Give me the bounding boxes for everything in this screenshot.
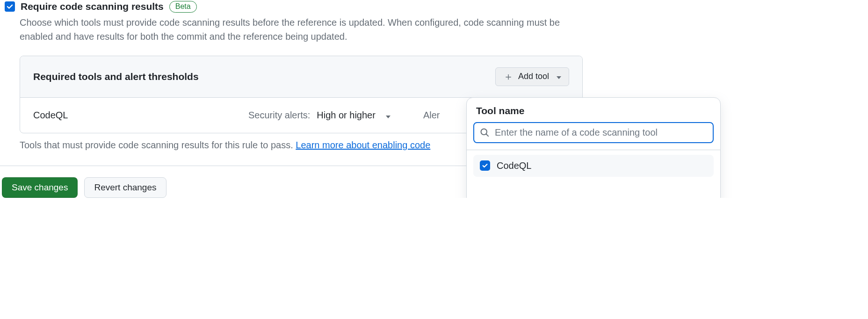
learn-more-link[interactable]: Learn more about enabling code: [296, 140, 430, 150]
add-tool-button[interactable]: ＋ Add tool: [495, 67, 569, 86]
panel-title: Required tools and alert thresholds: [33, 71, 199, 82]
revert-button[interactable]: Revert changes: [84, 177, 166, 198]
option-checkbox[interactable]: [480, 160, 490, 171]
helper-text: Tools that must provide code scanning re…: [20, 140, 868, 151]
security-alerts-label: Security alerts:: [248, 110, 310, 121]
popover-divider: [467, 150, 720, 150]
tool-option-codeql[interactable]: CodeQL: [473, 155, 714, 177]
popover-title: Tool name: [467, 98, 720, 122]
chevron-down-icon: [557, 72, 561, 81]
required-tools-panel: Required tools and alert thresholds ＋ Ad…: [20, 56, 583, 133]
save-button[interactable]: Save changes: [2, 177, 78, 198]
require-code-scanning-checkbox[interactable]: [5, 1, 15, 12]
panel-header: Required tools and alert thresholds ＋ Ad…: [20, 56, 582, 98]
check-icon: [482, 162, 488, 169]
check-icon: [6, 3, 14, 10]
beta-badge: Beta: [169, 1, 197, 13]
option-label: CodeQL: [497, 160, 532, 171]
tool-search-field[interactable]: [473, 122, 714, 143]
chevron-down-icon: [386, 110, 391, 121]
rule-description: Choose which tools must provide code sca…: [0, 13, 594, 44]
rule-header: Require code scanning results Beta: [0, 0, 868, 13]
tool-search-input[interactable]: [494, 127, 707, 138]
security-alerts-value: High or higher: [317, 110, 376, 121]
add-tool-label: Add tool: [518, 72, 549, 81]
security-alerts-dropdown[interactable]: Security alerts: High or higher: [248, 110, 391, 121]
plus-icon: ＋: [503, 72, 514, 82]
form-actions: Save changes Revert changes: [0, 166, 868, 198]
helper-text-static: Tools that must provide code scanning re…: [20, 140, 296, 150]
tool-name: CodeQL: [33, 110, 230, 121]
svg-line-1: [486, 134, 488, 136]
alerts-truncated-label: Aler: [423, 110, 440, 121]
add-tool-popover: Tool name CodeQL: [466, 97, 721, 198]
rule-title: Require code scanning results: [21, 1, 164, 12]
search-icon: [480, 128, 489, 137]
